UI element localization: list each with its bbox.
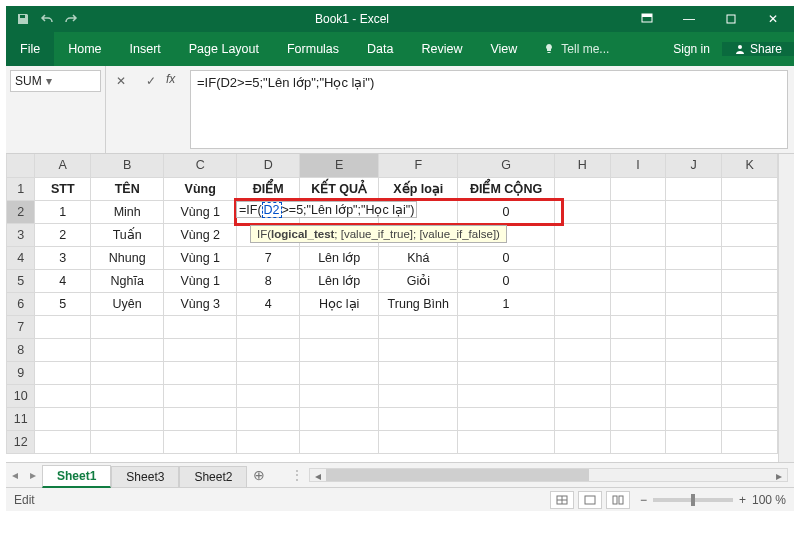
cell[interactable]	[666, 292, 722, 315]
new-sheet-button[interactable]: ⊕	[247, 467, 271, 483]
cell[interactable]	[554, 246, 610, 269]
sign-in-button[interactable]: Sign in	[661, 42, 722, 56]
cell[interactable]	[722, 292, 778, 315]
cell[interactable]	[666, 361, 722, 384]
cell[interactable]	[237, 407, 300, 430]
tab-data[interactable]: Data	[353, 32, 407, 66]
cell[interactable]	[610, 430, 666, 453]
tab-insert[interactable]: Insert	[116, 32, 175, 66]
cell[interactable]: TÊN	[91, 177, 164, 200]
cell[interactable]	[554, 338, 610, 361]
cell[interactable]	[554, 315, 610, 338]
cell[interactable]	[35, 361, 91, 384]
cell[interactable]: 0	[458, 269, 554, 292]
cell[interactable]: Minh	[91, 200, 164, 223]
cell[interactable]	[379, 315, 458, 338]
cell[interactable]	[164, 361, 237, 384]
cell[interactable]	[722, 269, 778, 292]
cell[interactable]	[35, 407, 91, 430]
fx-label[interactable]: fx	[166, 66, 190, 153]
cell[interactable]: Lên lớp	[300, 246, 379, 269]
column-header-K[interactable]: K	[722, 154, 778, 177]
cell[interactable]: Nhung	[91, 246, 164, 269]
sheet-tab-1[interactable]: Sheet1	[42, 465, 111, 488]
cell[interactable]: ĐIỂM	[237, 177, 300, 200]
tab-review[interactable]: Review	[407, 32, 476, 66]
cell[interactable]: 5	[35, 292, 91, 315]
cell[interactable]	[300, 430, 379, 453]
cell[interactable]	[237, 361, 300, 384]
zoom-slider[interactable]	[653, 498, 733, 502]
cell[interactable]: Vùng 1	[164, 246, 237, 269]
cell[interactable]	[610, 292, 666, 315]
cell[interactable]	[722, 430, 778, 453]
cell[interactable]	[458, 361, 554, 384]
cell[interactable]: 1	[458, 292, 554, 315]
cell[interactable]	[458, 315, 554, 338]
tell-me-search[interactable]: Tell me...	[531, 32, 621, 66]
vertical-scrollbar[interactable]	[778, 154, 794, 462]
cell[interactable]	[722, 338, 778, 361]
cell[interactable]: KẾT QUẢ	[300, 177, 379, 200]
cell[interactable]	[35, 384, 91, 407]
tab-formulas[interactable]: Formulas	[273, 32, 353, 66]
column-header-E[interactable]: E	[300, 154, 379, 177]
tab-home[interactable]: Home	[54, 32, 115, 66]
cell[interactable]	[91, 384, 164, 407]
cell[interactable]	[666, 269, 722, 292]
horizontal-scrollbar[interactable]: ◂▸	[309, 468, 788, 482]
cell[interactable]	[300, 407, 379, 430]
cell[interactable]	[379, 361, 458, 384]
cell[interactable]	[458, 338, 554, 361]
cell[interactable]: 8	[237, 269, 300, 292]
zoom-in-button[interactable]: +	[739, 493, 746, 507]
cell[interactable]	[91, 315, 164, 338]
cell[interactable]	[554, 200, 610, 223]
cell[interactable]	[379, 430, 458, 453]
select-all[interactable]	[7, 154, 35, 177]
cell[interactable]	[610, 246, 666, 269]
cell[interactable]	[379, 407, 458, 430]
cell[interactable]	[300, 315, 379, 338]
cell[interactable]	[666, 223, 722, 246]
cell[interactable]	[237, 430, 300, 453]
row-header[interactable]: 12	[7, 430, 35, 453]
view-page-break-icon[interactable]	[606, 491, 630, 509]
cell[interactable]	[35, 430, 91, 453]
chevron-down-icon[interactable]: ▾	[42, 74, 56, 88]
sheet-tab-3[interactable]: Sheet2	[179, 466, 247, 487]
cell[interactable]	[164, 430, 237, 453]
cell[interactable]	[722, 200, 778, 223]
cell[interactable]: 4	[35, 269, 91, 292]
cell[interactable]	[666, 430, 722, 453]
maximize-button[interactable]	[710, 6, 752, 32]
cell[interactable]	[554, 361, 610, 384]
cell-edit-overlay[interactable]: =IF(D2>=5;"Lên lớp";"Học lại")	[236, 201, 417, 218]
cell[interactable]: STT	[35, 177, 91, 200]
worksheet[interactable]: ABCDEFGHIJK 1STTTÊNVùngĐIỂMKẾT QUẢXếp lo…	[6, 154, 794, 462]
cell[interactable]	[610, 200, 666, 223]
undo-icon[interactable]	[40, 12, 54, 26]
close-button[interactable]: ✕	[752, 6, 794, 32]
cell[interactable]	[722, 177, 778, 200]
cell[interactable]	[379, 338, 458, 361]
minimize-button[interactable]: —	[668, 6, 710, 32]
cell[interactable]: Nghĩa	[91, 269, 164, 292]
cell[interactable]	[91, 361, 164, 384]
cell[interactable]: Vùng 1	[164, 269, 237, 292]
cell[interactable]	[164, 338, 237, 361]
cell[interactable]	[666, 338, 722, 361]
cell[interactable]	[458, 407, 554, 430]
cell[interactable]	[554, 407, 610, 430]
cell[interactable]	[554, 430, 610, 453]
row-header[interactable]: 8	[7, 338, 35, 361]
cell[interactable]: Vùng 2	[164, 223, 237, 246]
cell[interactable]	[379, 384, 458, 407]
cell[interactable]: 0	[458, 200, 554, 223]
cell[interactable]	[35, 315, 91, 338]
cell[interactable]	[610, 315, 666, 338]
save-icon[interactable]	[16, 12, 30, 26]
share-button[interactable]: Share	[722, 42, 794, 56]
cell[interactable]	[722, 315, 778, 338]
cell[interactable]: 2	[35, 223, 91, 246]
